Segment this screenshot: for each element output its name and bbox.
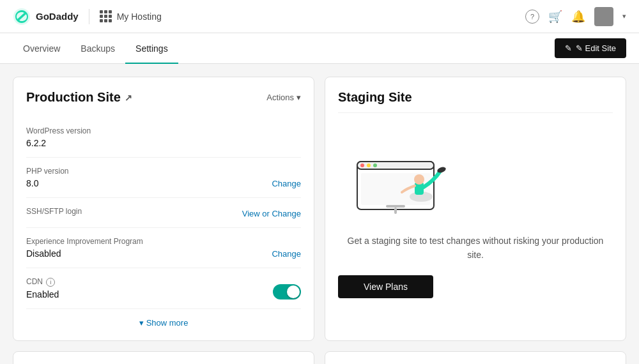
svg-rect-11 <box>386 205 405 208</box>
section-name: My Hosting <box>117 11 162 22</box>
exp-value: Disabled <box>26 248 143 259</box>
actions-button[interactable]: Actions ▾ <box>266 93 301 102</box>
cdn-toggle[interactable] <box>273 284 301 300</box>
show-more-section: ▾ Show more <box>26 309 301 328</box>
top-nav: GoDaddy My Hosting ? 🛒 🔔 ▾ <box>0 0 639 33</box>
show-more-button[interactable]: ▾ Show more <box>139 318 189 328</box>
edit-icon: ✎ <box>565 43 572 53</box>
cdn-label: CDN i <box>26 277 59 287</box>
cdn-info: CDN i Enabled <box>26 277 59 300</box>
main-content: Production Site ↗ Actions ▾ WordPress ve… <box>0 64 639 364</box>
cdn-value: Enabled <box>26 289 59 300</box>
ssh-label: SSH/SFTP login <box>26 207 82 216</box>
exp-info: Experience Improvement Program Disabled <box>26 237 143 259</box>
staging-site-card: Staging Site Get a <box>325 77 626 341</box>
php-version-value: 8.0 <box>26 178 68 188</box>
production-site-card: Production Site ↗ Actions ▾ WordPress ve… <box>13 77 314 341</box>
domains-card: Domains Add ▾ 🔒 https:// PRIMARY ··· <box>13 351 314 364</box>
edit-site-button[interactable]: ✎ ✎ Edit Site <box>555 38 626 58</box>
help-icon[interactable]: ? <box>525 10 539 24</box>
plan-details-card: Plan details Basic <box>325 351 626 364</box>
staging-title: Staging Site <box>338 90 613 113</box>
cdn-info-icon[interactable]: i <box>46 278 55 287</box>
svg-point-4 <box>367 163 371 167</box>
wp-version-label: WordPress version <box>26 126 301 135</box>
nav-divider <box>89 9 89 24</box>
bell-icon[interactable]: 🔔 <box>571 10 585 24</box>
nav-tabs: Overview Backups Settings <box>13 33 178 63</box>
production-card-title: Production Site ↗ <box>26 90 132 105</box>
grid-icon <box>100 10 112 22</box>
exp-label: Experience Improvement Program <box>26 237 143 246</box>
ssh-row: SSH/SFTP login View or Change <box>26 198 301 228</box>
brand-logo-area: GoDaddy <box>13 8 79 26</box>
wp-version-row: WordPress version 6.2.2 <box>26 118 301 158</box>
avatar-chevron-icon[interactable]: ▾ <box>622 12 626 20</box>
cart-icon[interactable]: 🛒 <box>548 10 562 24</box>
show-more-chevron-icon: ▾ <box>139 318 144 328</box>
sub-nav: Overview Backups Settings ✎ ✎ Edit Site <box>0 33 639 64</box>
production-card-header: Production Site ↗ Actions ▾ <box>26 90 301 105</box>
svg-rect-12 <box>394 208 397 214</box>
external-link-icon[interactable]: ↗ <box>125 93 132 103</box>
php-version-row: PHP version 8.0 Change <box>26 158 301 198</box>
php-version-label: PHP version <box>26 167 68 176</box>
tab-settings[interactable]: Settings <box>125 34 178 64</box>
wp-version-value: 6.2.2 <box>26 138 301 148</box>
godaddy-logo <box>13 8 31 26</box>
ssh-info: SSH/SFTP login <box>26 207 82 218</box>
php-change-link[interactable]: Change <box>272 179 301 188</box>
svg-point-5 <box>373 163 377 167</box>
staging-description: Get a staging site to test changes witho… <box>338 234 613 262</box>
top-nav-left: GoDaddy My Hosting <box>13 8 162 26</box>
brand-name: GoDaddy <box>36 11 79 22</box>
tab-overview[interactable]: Overview <box>13 34 70 64</box>
nav-section[interactable]: My Hosting <box>100 10 162 22</box>
toggle-thumb <box>287 285 300 298</box>
tab-backups[interactable]: Backups <box>70 34 125 64</box>
svg-point-3 <box>360 163 364 167</box>
ssh-change-link[interactable]: View or Change <box>242 209 301 218</box>
exp-row: Experience Improvement Program Disabled … <box>26 228 301 268</box>
exp-change-link[interactable]: Change <box>272 249 301 259</box>
staging-illustration <box>338 136 453 219</box>
cdn-row: CDN i Enabled <box>26 268 301 309</box>
top-nav-right: ? 🛒 🔔 ▾ <box>525 7 626 26</box>
avatar[interactable] <box>594 7 613 26</box>
view-plans-button[interactable]: View Plans <box>338 275 433 298</box>
svg-point-9 <box>414 174 424 185</box>
php-version-info: PHP version 8.0 <box>26 167 68 188</box>
actions-chevron-icon: ▾ <box>296 93 301 102</box>
